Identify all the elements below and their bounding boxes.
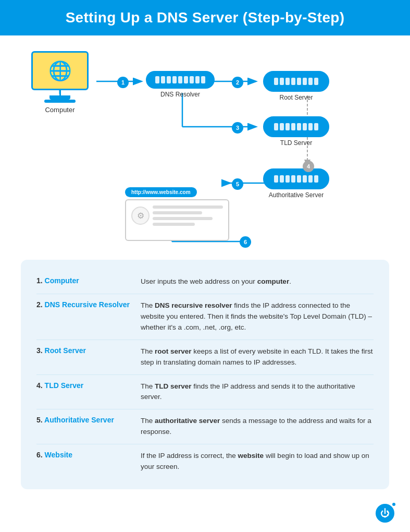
- tld-server-label: TLD Server: [263, 139, 329, 147]
- tld-server: TLD Server: [263, 116, 329, 147]
- computer-icon: 🌐 Computer: [31, 51, 89, 114]
- root-server: Root Server: [263, 71, 329, 101]
- desc-label-5: 5. Authoritative Server: [36, 416, 130, 438]
- step-5-circle: 5: [232, 178, 243, 190]
- authoritative-server-label: Authoritative Server: [263, 191, 329, 199]
- authoritative-server: Authoritative Server: [263, 168, 329, 199]
- website-container: http://www.website.com ⚙ Website: [125, 187, 197, 209]
- computer-screen: 🌐: [31, 51, 89, 90]
- computer-base: [44, 100, 76, 103]
- website-box: ⚙: [125, 199, 229, 241]
- watermark: ⏻: [376, 504, 394, 523]
- watermark-dot: [392, 503, 395, 506]
- desc-text-3: The root server keeps a list of every we…: [141, 346, 374, 368]
- page-header: Setting Up a DNS Server (Step-by-Step): [0, 0, 410, 35]
- dns-resolver-label: DNS Resolver: [146, 91, 215, 98]
- desc-row-5: 5. Authoritative Server The authoritativ…: [36, 409, 374, 444]
- desc-text-1: User inputs the web address on your comp…: [141, 276, 291, 287]
- desc-row-2: 2. DNS Recursive Resolver The DNS recurs…: [36, 294, 374, 340]
- website-thumb: ⚙: [131, 207, 150, 225]
- desc-label-3: 3. Root Server: [36, 346, 130, 368]
- dns-resolver: DNS Resolver: [146, 71, 215, 98]
- desc-row-6: 6. Website If the IP address is correct,…: [36, 444, 374, 479]
- step-3-circle: 3: [232, 122, 243, 134]
- desc-text-4: The TLD server finds the IP address and …: [141, 381, 374, 403]
- desc-label-4: 4. TLD Server: [36, 381, 130, 403]
- desc-label-6: 6. Website: [36, 451, 130, 473]
- desc-text-6: If the IP address is correct, the websit…: [141, 451, 374, 473]
- step-6-circle: 6: [240, 236, 251, 248]
- step-2-circle: 2: [232, 77, 243, 88]
- website-lines: [153, 205, 223, 226]
- desc-row-1: 1. Computer User inputs the web address …: [36, 270, 374, 294]
- desc-label-2: 2. DNS Recursive Resolver: [36, 300, 130, 333]
- desc-label-1: 1. Computer: [36, 276, 130, 287]
- url-bar: http://www.website.com: [125, 187, 197, 197]
- description-box: 1. Computer User inputs the web address …: [21, 260, 389, 489]
- step-1-circle: 1: [117, 77, 129, 88]
- desc-row-3: 3. Root Server The root server keeps a l…: [36, 340, 374, 375]
- desc-text-2: The DNS recursive resolver finds the IP …: [141, 300, 374, 333]
- desc-text-5: The authoritative server sends a message…: [141, 416, 374, 438]
- diagram-area: 🌐 Computer 1 DNS Resolver 2 Root Server …: [0, 35, 410, 260]
- desc-row-4: 4. TLD Server The TLD server finds the I…: [36, 375, 374, 410]
- root-server-label: Root Server: [263, 94, 329, 101]
- globe-icon: 🌐: [48, 60, 72, 82]
- watermark-icon: ⏻: [376, 504, 394, 523]
- computer-stand: [49, 95, 70, 100]
- page-title: Setting Up a DNS Server (Step-by-Step): [16, 9, 394, 26]
- computer-label: Computer: [31, 106, 89, 114]
- step-4-circle: 4: [303, 161, 314, 172]
